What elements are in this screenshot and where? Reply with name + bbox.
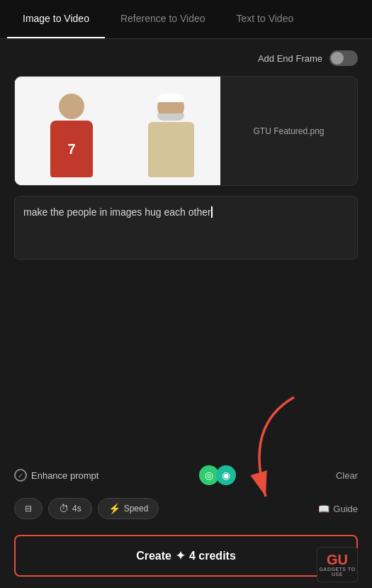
end-frame-label: Add End Frame — [258, 53, 322, 64]
guide-label: Guide — [333, 504, 358, 514]
person2-figure — [135, 94, 206, 186]
toolbar-left: ⊟ ⏱ 4s ⚡ Speed — [14, 498, 159, 519]
person1-body: 7 — [50, 121, 93, 177]
model-icons: ◎ ◉ — [199, 465, 236, 485]
image-preview-inner: 7 — [15, 76, 220, 186]
clock-icon: ⏱ — [59, 503, 69, 514]
toolbar-row: ⊟ ⏱ 4s ⚡ Speed 📖 Guide — [0, 492, 372, 526]
tabs-container: Image to Video Reference to Video Text t… — [0, 0, 372, 39]
create-label: Create — [136, 550, 171, 562]
create-button[interactable]: Create ✦ 4 credits — [14, 535, 358, 577]
tab-image-to-video[interactable]: Image to Video — [7, 0, 105, 38]
duration-label: 4s — [72, 504, 81, 514]
speed-button[interactable]: ⚡ Speed — [98, 498, 159, 519]
end-frame-row: Add End Frame — [14, 50, 358, 66]
image-upload-area[interactable]: 7 GTU Featured.png — [14, 76, 358, 186]
filter-icon: ⊟ — [25, 504, 32, 514]
person1-number: 7 — [50, 121, 93, 177]
speed-label: Speed — [124, 504, 149, 514]
prompt-text: make the people in images hug each other — [23, 206, 211, 218]
create-credits: 4 credits — [189, 550, 236, 562]
gu-logo-text: GU — [317, 553, 357, 567]
model-icon-2[interactable]: ◉ — [216, 465, 236, 485]
person2-hair — [157, 94, 184, 102]
tab-reference-to-video[interactable]: Reference to Video — [105, 0, 221, 38]
gu-logo: GU GADGETS TO USE — [317, 547, 358, 582]
prompt-area[interactable]: make the people in images hug each other — [14, 196, 358, 260]
person2-head — [157, 94, 184, 121]
filter-button[interactable]: ⊟ — [14, 498, 43, 519]
enhance-row: ✓ Enhance prompt ◎ ◉ Clear — [0, 458, 372, 492]
model-icon-1-symbol: ◎ — [205, 470, 213, 481]
image-filename: GTU Featured.png — [220, 121, 357, 142]
text-cursor — [211, 206, 213, 218]
person1-head — [59, 94, 84, 119]
enhance-check-icon: ✓ — [14, 469, 27, 482]
person2-body — [148, 122, 194, 177]
person1-figure: 7 — [36, 94, 107, 186]
guide-button[interactable]: 📖 Guide — [318, 504, 358, 514]
model-icon-2-symbol: ◉ — [222, 470, 230, 481]
guide-icon: 📖 — [318, 504, 329, 514]
gu-logo-inner: GU GADGETS TO USE — [317, 553, 357, 577]
duration-button[interactable]: ⏱ 4s — [48, 498, 92, 519]
image-preview: 7 — [15, 76, 220, 186]
person2-beard — [157, 113, 184, 121]
add-end-frame-toggle[interactable] — [329, 50, 358, 66]
enhance-label: Enhance prompt — [31, 470, 98, 481]
spark-icon: ✦ — [176, 549, 185, 562]
gu-logo-sub: GADGETS TO USE — [317, 567, 357, 577]
speed-icon: ⚡ — [108, 503, 120, 514]
main-content: Add End Frame 7 — [0, 39, 372, 271]
toggle-knob — [331, 52, 344, 65]
clear-button[interactable]: Clear — [336, 470, 358, 481]
enhance-left: ✓ Enhance prompt — [14, 469, 98, 482]
tab-text-to-video[interactable]: Text to Video — [221, 0, 310, 38]
